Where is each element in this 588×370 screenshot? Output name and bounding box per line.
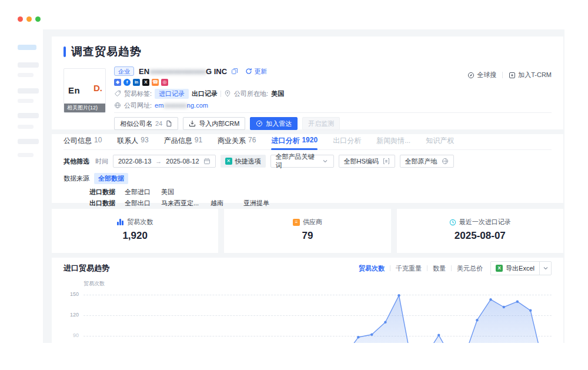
global-search-button[interactable]: 全球搜 bbox=[467, 71, 496, 79]
add-crm-icon bbox=[509, 72, 516, 79]
tab-contacts[interactable]: 联系人93 bbox=[117, 136, 148, 149]
minimize-window-button[interactable] bbox=[26, 16, 32, 22]
export-group: X 导出Excel bbox=[490, 261, 552, 275]
logo-text: En bbox=[68, 85, 80, 95]
toggle-usd-total[interactable]: 美元总价 bbox=[457, 264, 483, 273]
globe-icon bbox=[114, 102, 121, 109]
data-point[interactable] bbox=[437, 334, 440, 336]
company-section: 调查贸易趋势 全球搜 加入T-CRM En D. 相关图片(12) 企业 bbox=[52, 36, 563, 129]
sidebar-item[interactable] bbox=[18, 113, 39, 118]
import-source-us[interactable]: 美国 bbox=[161, 188, 174, 196]
tab-products[interactable]: 产品信息91 bbox=[164, 136, 202, 149]
join-tcrm-button[interactable]: 加入T-CRM bbox=[509, 71, 552, 79]
website-social-icon[interactable]: ◆ bbox=[114, 79, 121, 86]
data-point[interactable] bbox=[476, 319, 478, 321]
tab-intellectual-property[interactable]: 知识产权 bbox=[426, 136, 454, 149]
phone-icon[interactable]: ☎ bbox=[152, 79, 159, 86]
area-fill bbox=[349, 295, 542, 343]
window-controls bbox=[18, 16, 41, 22]
company-logo: En D. 相关图片(12) bbox=[64, 68, 106, 113]
start-monitoring-button[interactable]: 开启监测 bbox=[302, 117, 340, 130]
sidebar-item[interactable] bbox=[18, 73, 34, 77]
join-radar-button[interactable]: 加入雷达 bbox=[250, 117, 298, 130]
import-records-tag[interactable]: 进口记录 bbox=[155, 89, 189, 99]
trade-label-title: 贸易标签: bbox=[124, 89, 152, 98]
logo-mark: D. bbox=[93, 83, 102, 93]
data-point[interactable] bbox=[529, 309, 532, 312]
company-website-link[interactable]: em●●●●●●●ng.com bbox=[155, 102, 208, 109]
maximize-window-button[interactable] bbox=[35, 16, 41, 22]
page-title-row: 调查贸易趋势 bbox=[64, 45, 563, 59]
stat-cards: 贸易次数 1,920 ≡ 供应商 79 最近一次进口记录 2025-08-07 bbox=[52, 209, 563, 253]
toggle-kg-weight[interactable]: 千克重量 bbox=[396, 264, 422, 273]
instagram-icon[interactable]: ◎ bbox=[161, 79, 168, 86]
tab-export-analysis[interactable]: 出口分析 bbox=[333, 136, 361, 149]
export-source-all[interactable]: 全部出口 bbox=[125, 199, 153, 208]
tab-business-relations[interactable]: 商业关系76 bbox=[218, 136, 256, 149]
tabs: 公司信息10 联系人93 产品信息91 商业关系76 进口分析1920 出口分析… bbox=[64, 134, 552, 150]
radar-icon bbox=[256, 120, 263, 127]
tab-import-analysis[interactable]: 进口分析1920 bbox=[271, 136, 318, 149]
website-label: 公司网址: bbox=[124, 101, 152, 110]
stat-value: 1,920 bbox=[52, 230, 218, 242]
product-keywords-select[interactable]: 全部产品关键词 bbox=[270, 155, 334, 168]
quick-options-icon: ✕ bbox=[225, 158, 232, 165]
export-records-tag[interactable]: 出口记录 bbox=[192, 89, 218, 98]
divider bbox=[502, 72, 503, 78]
toggle-trade-count[interactable]: 贸易次数 bbox=[359, 264, 385, 273]
export-excel-button[interactable]: X 导出Excel bbox=[491, 262, 539, 275]
data-point[interactable] bbox=[489, 298, 492, 301]
header-actions: 全球搜 加入T-CRM bbox=[467, 71, 552, 79]
sidebar-item[interactable] bbox=[18, 153, 34, 157]
sidebar-item[interactable] bbox=[18, 88, 39, 94]
related-images-label[interactable]: 相关图片(12) bbox=[64, 104, 105, 112]
quick-options-button[interactable]: ✕ 快捷选项 bbox=[220, 155, 266, 168]
sidebar-item[interactable] bbox=[18, 99, 34, 103]
sidebar-item[interactable] bbox=[18, 139, 39, 144]
data-point[interactable] bbox=[397, 294, 400, 296]
similar-company-button[interactable]: 相似公司名 24 bbox=[114, 117, 178, 130]
sidebar-item-active[interactable] bbox=[18, 45, 36, 50]
copy-name-button[interactable] bbox=[231, 68, 238, 75]
origin-select[interactable]: 全部原产地 bbox=[400, 155, 454, 168]
sidebar bbox=[0, 29, 43, 370]
compass-icon bbox=[467, 72, 475, 79]
time-label: 时间 bbox=[95, 157, 108, 166]
facebook-icon[interactable]: f bbox=[123, 79, 131, 86]
export-dropdown-button[interactable] bbox=[539, 262, 551, 275]
data-point[interactable] bbox=[370, 334, 373, 336]
data-point[interactable] bbox=[384, 321, 386, 324]
origin-globe-icon bbox=[442, 158, 449, 165]
export-source-vietnam[interactable]: 越南 bbox=[211, 199, 235, 208]
trend-line-chart bbox=[83, 279, 552, 343]
refresh-button[interactable]: 更新 bbox=[245, 67, 267, 76]
import-crm-button[interactable]: 导入内部CRM bbox=[183, 117, 245, 130]
toggle-quantity[interactable]: 数量 bbox=[433, 264, 446, 273]
chevron-down-icon bbox=[542, 265, 549, 272]
tab-news-sentiment[interactable]: 新闻舆情... bbox=[376, 136, 410, 149]
export-source-malaysia[interactable]: 马来西亚定... bbox=[161, 199, 202, 208]
tab-company-info[interactable]: 公司信息10 bbox=[64, 136, 102, 149]
import-data-row: 进口数据 全部进口 美国 bbox=[64, 188, 552, 196]
x-twitter-icon[interactable]: X bbox=[142, 79, 149, 86]
title-accent-bar bbox=[64, 46, 66, 57]
hs-code-select[interactable]: 全部HS编码 bbox=[339, 155, 395, 168]
y-tick-150: 150 bbox=[64, 291, 79, 297]
close-window-button[interactable] bbox=[18, 16, 23, 22]
sidebar-item[interactable] bbox=[18, 62, 39, 68]
excel-icon: X bbox=[496, 265, 503, 272]
company-actions: 相似公司名 24 导入内部CRM 加入雷达 开启监测 bbox=[114, 117, 552, 130]
stat-label: 贸易次数 bbox=[127, 218, 153, 226]
copy-icon bbox=[231, 68, 238, 75]
sidebar-item[interactable] bbox=[18, 125, 34, 129]
linkedin-icon[interactable]: in bbox=[133, 79, 140, 86]
import-source-all[interactable]: 全部进口 bbox=[125, 188, 153, 196]
all-data-chip[interactable]: 全部数据 bbox=[94, 173, 128, 184]
date-range-input[interactable]: 2022-08-13 → 2025-08-12 bbox=[113, 155, 216, 168]
data-point[interactable] bbox=[357, 336, 359, 338]
data-point[interactable] bbox=[503, 306, 505, 308]
date-arrow: → bbox=[155, 158, 162, 165]
data-point[interactable] bbox=[516, 301, 519, 303]
trend-chart[interactable]: 贸易次数 150 120 90 bbox=[64, 279, 552, 343]
export-source-asia-bl[interactable]: 亚洲提单 bbox=[243, 199, 269, 208]
